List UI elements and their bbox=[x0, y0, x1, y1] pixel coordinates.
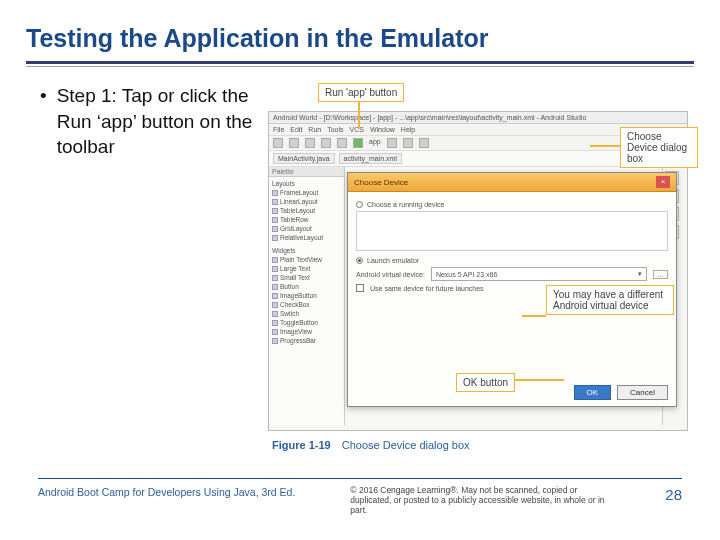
callout-line-avd bbox=[522, 315, 546, 317]
palette-item-textview[interactable]: Plain TextView bbox=[272, 255, 341, 264]
menu-edit[interactable]: Edit bbox=[290, 126, 302, 133]
callout-line-choose-device bbox=[590, 145, 620, 147]
widget-icon bbox=[272, 338, 278, 344]
dialog-button-row: OK Cancel bbox=[574, 385, 668, 400]
palette-item-button[interactable]: Button bbox=[272, 282, 341, 291]
option-running-label: Choose a running device bbox=[367, 201, 444, 208]
menu-run[interactable]: Run bbox=[308, 126, 321, 133]
editor-tab-layout[interactable]: activity_main.xml bbox=[339, 153, 402, 164]
palette-item-label: Switch bbox=[280, 310, 299, 317]
close-icon[interactable]: × bbox=[656, 176, 670, 188]
palette-widgets-group: Widgets Plain TextView Large Text Small … bbox=[269, 244, 344, 347]
palette-item-progress[interactable]: ProgressBar bbox=[272, 336, 341, 345]
palette-group-label-layouts: Layouts bbox=[272, 179, 341, 188]
figure-caption-text: Choose Device dialog box bbox=[342, 439, 470, 451]
editor-tab-main[interactable]: MainActivity.java bbox=[273, 153, 335, 164]
callout-choose-device: Choose Device dialog box bbox=[620, 127, 698, 168]
debug-icon[interactable] bbox=[387, 138, 397, 148]
chevron-down-icon: ▾ bbox=[638, 270, 642, 278]
radio-icon bbox=[356, 201, 363, 208]
callout-run-app: Run 'app' button bbox=[318, 83, 404, 102]
copy-icon[interactable] bbox=[321, 138, 331, 148]
layout-icon bbox=[272, 217, 278, 223]
palette-item-label: Small Text bbox=[280, 274, 310, 281]
footer-copyright: © 2016 Cengage Learning®. May not be sca… bbox=[350, 486, 610, 515]
palette-item-label: ProgressBar bbox=[280, 337, 316, 344]
bullet-dot: • bbox=[40, 83, 57, 160]
layout-icon bbox=[272, 235, 278, 241]
footer-book-title: Android Boot Camp for Developers Using J… bbox=[38, 486, 295, 498]
palette-item-smalltext[interactable]: Small Text bbox=[272, 273, 341, 282]
checkbox-icon bbox=[356, 284, 364, 292]
sdk-manager-icon[interactable] bbox=[419, 138, 429, 148]
palette-item-relative[interactable]: RelativeLayout bbox=[272, 233, 341, 242]
ide-titlebar: Android World - [D:\Workspace] - [app] -… bbox=[269, 112, 687, 124]
save-icon[interactable] bbox=[289, 138, 299, 148]
widget-icon bbox=[272, 302, 278, 308]
cancel-button[interactable]: Cancel bbox=[617, 385, 668, 400]
palette-item-grid[interactable]: GridLayout bbox=[272, 224, 341, 233]
palette-item-imageview[interactable]: ImageView bbox=[272, 327, 341, 336]
widget-icon bbox=[272, 329, 278, 335]
palette-item-label: Large Text bbox=[280, 265, 310, 272]
palette-item-imagebutton[interactable]: ImageButton bbox=[272, 291, 341, 300]
option-launch-emulator[interactable]: Launch emulator bbox=[356, 257, 668, 264]
palette-item-tablerow[interactable]: TableRow bbox=[272, 215, 341, 224]
palette-item-label: GridLayout bbox=[280, 225, 312, 232]
callout-line-ok bbox=[510, 379, 564, 381]
palette-item-label: TableRow bbox=[280, 216, 309, 223]
option-running-device[interactable]: Choose a running device bbox=[356, 201, 668, 208]
running-device-list[interactable] bbox=[356, 211, 668, 251]
palette-item-label: ToggleButton bbox=[280, 319, 318, 326]
palette-item-label: LinearLayout bbox=[280, 198, 318, 205]
slide-footer: Android Boot Camp for Developers Using J… bbox=[0, 486, 720, 515]
avd-label: Android virtual device: bbox=[356, 271, 425, 278]
widget-icon bbox=[272, 275, 278, 281]
palette-item-frame[interactable]: FrameLayout bbox=[272, 188, 341, 197]
layout-icon bbox=[272, 226, 278, 232]
palette-item-label: ImageView bbox=[280, 328, 312, 335]
menu-window[interactable]: Window bbox=[370, 126, 395, 133]
palette-item-switch[interactable]: Switch bbox=[272, 309, 341, 318]
palette-item-label: Plain TextView bbox=[280, 256, 322, 263]
menu-tools[interactable]: Tools bbox=[327, 126, 343, 133]
palette-item-label: RelativeLayout bbox=[280, 234, 323, 241]
ok-button[interactable]: OK bbox=[574, 385, 612, 400]
run-config-name: app bbox=[369, 138, 381, 148]
palette-item-checkbox[interactable]: CheckBox bbox=[272, 300, 341, 309]
cut-icon[interactable] bbox=[305, 138, 315, 148]
palette-item-label: ImageButton bbox=[280, 292, 317, 299]
layout-icon bbox=[272, 190, 278, 196]
dialog-title-text: Choose Device bbox=[354, 178, 408, 187]
paste-icon[interactable] bbox=[337, 138, 347, 148]
widget-icon bbox=[272, 257, 278, 263]
menu-vcs[interactable]: VCS bbox=[350, 126, 364, 133]
widget-icon bbox=[272, 311, 278, 317]
palette-item-label: CheckBox bbox=[280, 301, 310, 308]
step-bullet: • Step 1: Tap or click the Run ‘app’ but… bbox=[40, 83, 260, 160]
widget-icon bbox=[272, 266, 278, 272]
option-launch-label: Launch emulator bbox=[367, 257, 419, 264]
palette-item-largetext[interactable]: Large Text bbox=[272, 264, 341, 273]
palette-item-table[interactable]: TableLayout bbox=[272, 206, 341, 215]
avd-selected: Nexus 5 API 23 x86 bbox=[436, 271, 497, 278]
palette-item-linear[interactable]: LinearLayout bbox=[272, 197, 341, 206]
palette-header: Palette bbox=[269, 167, 344, 177]
open-icon[interactable] bbox=[273, 138, 283, 148]
palette-group-label-widgets: Widgets bbox=[272, 246, 341, 255]
dialog-titlebar: Choose Device × bbox=[348, 173, 676, 192]
avd-manager-icon[interactable] bbox=[403, 138, 413, 148]
title-rule-thin bbox=[26, 66, 694, 67]
widget-icon bbox=[272, 293, 278, 299]
avd-dropdown[interactable]: Nexus 5 API 23 x86 ▾ bbox=[431, 267, 647, 281]
menu-help[interactable]: Help bbox=[401, 126, 415, 133]
palette-item-toggle[interactable]: ToggleButton bbox=[272, 318, 341, 327]
step-text: Step 1: Tap or click the Run ‘app’ butto… bbox=[57, 83, 260, 160]
ellipsis-button[interactable]: … bbox=[653, 270, 668, 279]
menu-file[interactable]: File bbox=[273, 126, 284, 133]
palette-item-label: TableLayout bbox=[280, 207, 315, 214]
footer-page-number: 28 bbox=[665, 486, 682, 503]
run-app-icon[interactable] bbox=[353, 138, 363, 148]
bullet-column: • Step 1: Tap or click the Run ‘app’ but… bbox=[40, 83, 260, 160]
radio-icon bbox=[356, 257, 363, 264]
